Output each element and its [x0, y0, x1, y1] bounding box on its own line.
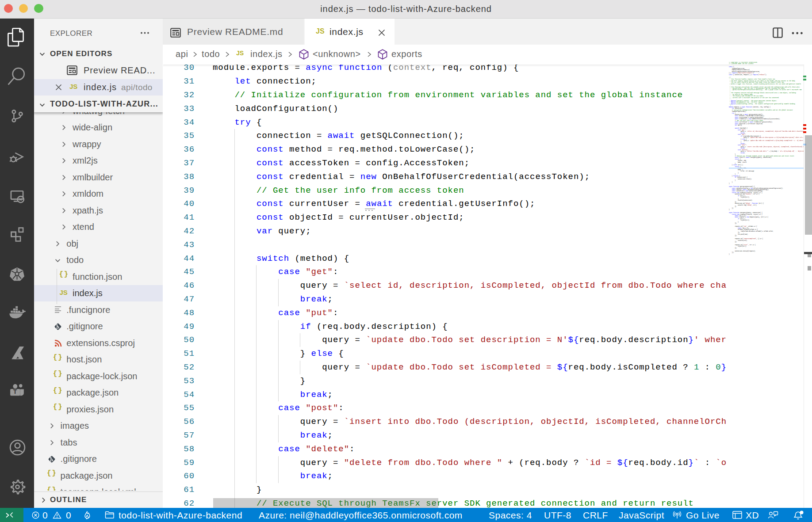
svg-text:T: T — [13, 388, 17, 395]
